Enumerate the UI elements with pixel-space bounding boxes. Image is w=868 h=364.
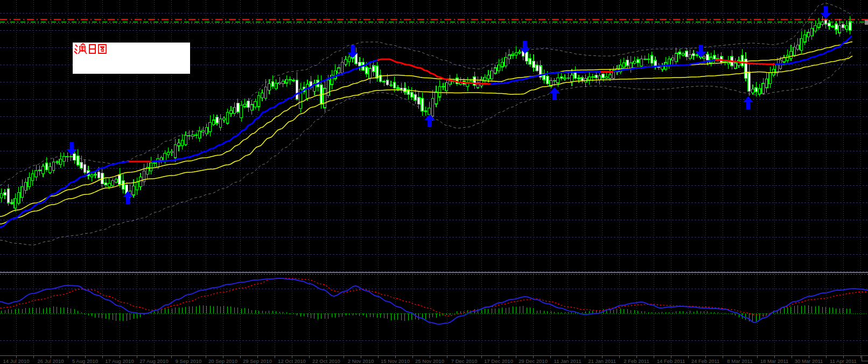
svg-text:12 Oct 2010: 12 Oct 2010 <box>278 358 306 364</box>
svg-text:2 Nov 2010: 2 Nov 2010 <box>348 358 374 364</box>
svg-text:25 Nov 2010: 25 Nov 2010 <box>415 358 444 364</box>
svg-text:5 Aug 2010: 5 Aug 2010 <box>72 358 98 364</box>
svg-text:27 Aug 2010: 27 Aug 2010 <box>139 358 168 364</box>
svg-text:17 Dec 2010: 17 Dec 2010 <box>484 358 513 364</box>
svg-text:29 Sep 2010: 29 Sep 2010 <box>243 358 272 364</box>
svg-text:7 Dec 2010: 7 Dec 2010 <box>451 358 478 364</box>
svg-text:2 Feb 2011: 2 Feb 2011 <box>624 358 649 364</box>
svg-text:30 Mar 2011: 30 Mar 2011 <box>795 358 823 364</box>
svg-text:17 Aug 2010: 17 Aug 2010 <box>105 358 134 364</box>
svg-text:20 Sep 2010: 20 Sep 2010 <box>208 358 237 364</box>
svg-text:14 Feb 2011: 14 Feb 2011 <box>657 358 685 364</box>
svg-text:9 Sep 2010: 9 Sep 2010 <box>176 358 202 364</box>
svg-text:21 Jan 2011: 21 Jan 2011 <box>588 358 616 364</box>
svg-text:24 Feb 2011: 24 Feb 2011 <box>691 358 720 364</box>
svg-text:18 Mar 2011: 18 Mar 2011 <box>760 358 789 364</box>
svg-text:14 Jul 2010: 14 Jul 2010 <box>3 358 29 364</box>
svg-text:8 Mar 2011: 8 Mar 2011 <box>727 358 752 364</box>
svg-text:11 Apr 2011: 11 Apr 2011 <box>830 358 857 364</box>
svg-text:22 Oct 2010: 22 Oct 2010 <box>312 358 340 364</box>
svg-text:26 Jul 2010: 26 Jul 2010 <box>37 358 64 364</box>
svg-text:15 Nov 2010: 15 Nov 2010 <box>381 358 410 364</box>
svg-text:11 Jan 2011: 11 Jan 2011 <box>554 358 582 364</box>
svg-text:29 Dec 2010: 29 Dec 2010 <box>519 358 548 364</box>
